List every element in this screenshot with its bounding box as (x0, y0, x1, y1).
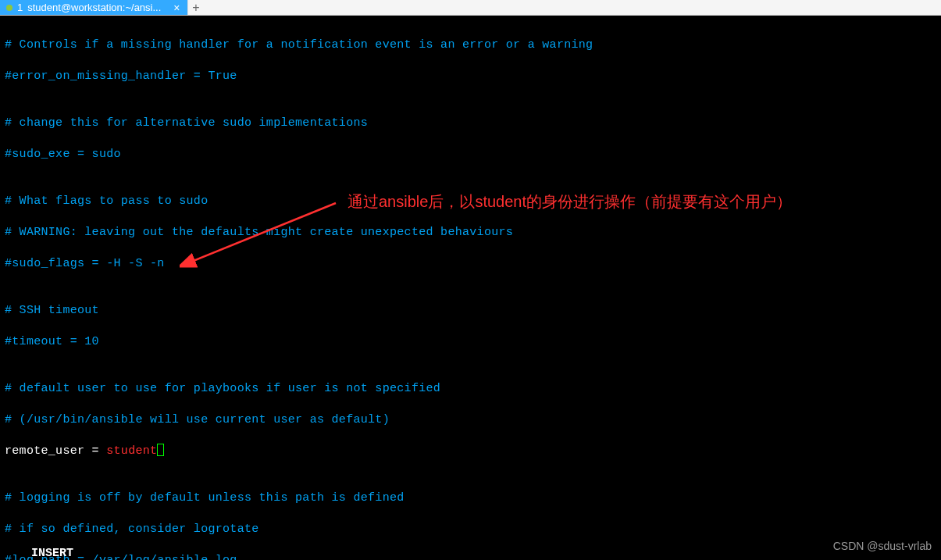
config-line: #sudo_exe = sudo (5, 147, 936, 162)
close-icon[interactable]: × (172, 3, 181, 12)
config-line: # WARNING: leaving out the defaults migh… (5, 225, 936, 241)
terminal-content[interactable]: # Controls if a missing handler for a no… (0, 16, 941, 560)
config-line: # Controls if a missing handler for a no… (5, 37, 936, 53)
config-line: # SSH timeout (5, 303, 936, 319)
remote-user-key: remote_user = (5, 444, 106, 458)
config-line: #error_on_missing_handler = True (5, 69, 936, 84)
config-line: #log_path = /var/log/ansible.log (5, 553, 936, 560)
terminal-tab[interactable]: 1 student@workstation:~/ansi... × (0, 0, 187, 15)
config-line: # default user to use for playbooks if u… (5, 381, 936, 397)
add-tab-button[interactable]: + (187, 0, 203, 16)
config-line: #sudo_flags = -H -S -n (5, 256, 936, 272)
config-line: # logging is off by default unless this … (5, 490, 936, 506)
config-line: # change this for alternative sudo imple… (5, 116, 936, 131)
annotation-text: 通过ansible后，以student的身份进行操作（前提要有这个用户） (348, 191, 792, 212)
vim-mode-indicator: INSERT (31, 547, 73, 560)
config-line: # if so defined, consider logrotate (5, 522, 936, 537)
tab-number: 1 (17, 2, 23, 13)
remote-user-value: student (106, 444, 157, 458)
cursor-icon (157, 444, 164, 456)
config-line: #timeout = 10 (5, 334, 936, 350)
tab-title: student@workstation:~/ansi... (27, 2, 161, 13)
config-line-remote-user: remote_user = student (5, 444, 936, 459)
config-line: # (/usr/bin/ansible will use current use… (5, 412, 936, 428)
tab-status-dot (6, 5, 12, 11)
tab-bar: 1 student@workstation:~/ansi... × + (0, 0, 941, 16)
watermark: CSDN @sdust-vrlab (833, 540, 932, 552)
